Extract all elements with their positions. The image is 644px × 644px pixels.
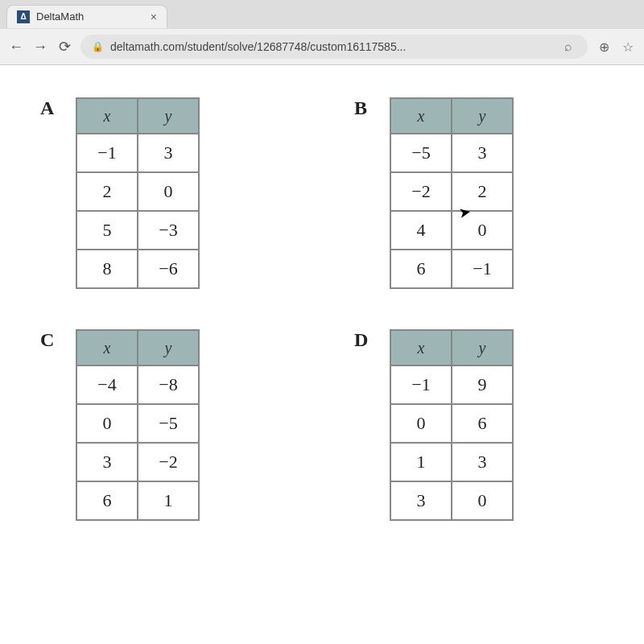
table-row: 40 xyxy=(390,211,513,250)
cell-y: 1 xyxy=(138,481,199,520)
lock-icon: 🔒 xyxy=(92,41,104,52)
cell-y: 3 xyxy=(452,134,513,172)
cell-x: −1 xyxy=(76,134,138,172)
col-header-x: x xyxy=(390,330,452,365)
table-row: 30 xyxy=(390,481,513,520)
table-row: −53 xyxy=(390,134,513,172)
table-label: B xyxy=(354,97,374,119)
zoom-icon[interactable]: ⊕ xyxy=(596,39,612,55)
table-row: 61 xyxy=(76,481,199,520)
table-row: 5−3 xyxy=(76,211,199,250)
table-label: C xyxy=(40,329,60,351)
cell-y: 0 xyxy=(452,211,513,250)
table-row: −13 xyxy=(76,134,199,172)
table-label: A xyxy=(40,97,60,119)
cell-y: 0 xyxy=(452,481,513,520)
col-header-y: y xyxy=(452,98,513,134)
forward-button[interactable]: → xyxy=(32,39,48,56)
table-row: 20 xyxy=(76,172,199,211)
cell-x: 2 xyxy=(76,172,138,211)
cell-y: 0 xyxy=(138,172,199,211)
table-label: D xyxy=(354,329,374,351)
cell-x: −2 xyxy=(390,172,452,211)
cell-y: 9 xyxy=(452,365,513,404)
tab-favicon-icon: Δ xyxy=(17,10,30,23)
col-header-x: x xyxy=(390,98,452,134)
cell-x: −1 xyxy=(390,365,452,404)
cell-y: −6 xyxy=(138,250,199,288)
table-row: 13 xyxy=(390,443,513,481)
table-row: 6−1 xyxy=(390,250,513,288)
cell-x: 0 xyxy=(76,404,138,443)
col-header-x: x xyxy=(76,330,138,365)
cell-y: −8 xyxy=(138,365,199,404)
star-icon[interactable]: ☆ xyxy=(620,39,636,55)
address-bar[interactable]: 🔒 deltamath.com/student/solve/12687748/c… xyxy=(80,35,588,59)
data-table-b[interactable]: x y −53 −22 40 6−1 xyxy=(390,97,514,289)
table-row: 3−2 xyxy=(76,443,199,481)
cell-x: −4 xyxy=(76,365,138,404)
cell-y: −3 xyxy=(138,211,199,250)
url-text: deltamath.com/student/solve/12687748/cus… xyxy=(110,40,554,53)
table-block-a: A x y −13 20 5−3 8−6 xyxy=(40,97,290,289)
cell-y: 2 xyxy=(452,172,513,211)
cell-y: 6 xyxy=(452,404,513,443)
cell-x: 6 xyxy=(390,250,452,288)
close-icon[interactable]: × xyxy=(151,10,157,23)
nav-bar: ← → ⟳ 🔒 deltamath.com/student/solve/1268… xyxy=(0,29,644,64)
browser-chrome: Δ DeltaMath × ← → ⟳ 🔒 deltamath.com/stud… xyxy=(0,0,644,65)
reload-button[interactable]: ⟳ xyxy=(56,38,72,56)
cell-x: 3 xyxy=(390,481,452,520)
cell-x: 6 xyxy=(76,481,138,520)
data-table-c[interactable]: x y −4−8 0−5 3−2 61 xyxy=(76,329,200,521)
cell-y: −1 xyxy=(452,250,513,288)
cell-y: 3 xyxy=(452,443,513,481)
cell-x: 3 xyxy=(76,443,138,481)
table-row: −4−8 xyxy=(76,365,199,404)
browser-tab[interactable]: Δ DeltaMath × xyxy=(6,5,167,28)
table-row: −22 xyxy=(390,172,513,211)
key-icon[interactable]: ⌕ xyxy=(560,39,576,54)
col-header-y: y xyxy=(138,98,199,134)
page-content: A x y −13 20 5−3 8−6 B x y xyxy=(0,65,644,644)
col-header-y: y xyxy=(452,330,513,365)
cell-x: −5 xyxy=(390,134,452,172)
cell-x: 1 xyxy=(390,443,452,481)
col-header-x: x xyxy=(76,98,138,134)
cell-y: −2 xyxy=(138,443,199,481)
table-block-b: B x y −53 −22 40 6−1 xyxy=(354,97,604,289)
tables-grid: A x y −13 20 5−3 8−6 B x y xyxy=(40,97,604,521)
back-button[interactable]: ← xyxy=(8,39,24,56)
table-block-d: D x y −19 06 13 30 xyxy=(354,329,604,521)
table-row: 06 xyxy=(390,404,513,443)
cell-y: 3 xyxy=(138,134,199,172)
table-row: 0−5 xyxy=(76,404,199,443)
data-table-a[interactable]: x y −13 20 5−3 8−6 xyxy=(76,97,200,289)
tab-title: DeltaMath xyxy=(36,10,144,23)
col-header-y: y xyxy=(138,330,199,365)
cell-x: 5 xyxy=(76,211,138,250)
table-row: −19 xyxy=(390,365,513,404)
cell-y: −5 xyxy=(138,404,199,443)
cell-x: 8 xyxy=(76,250,138,288)
table-block-c: C x y −4−8 0−5 3−2 61 xyxy=(40,329,290,521)
cell-x: 0 xyxy=(390,404,452,443)
cell-x: 4 xyxy=(390,211,452,250)
tab-bar: Δ DeltaMath × xyxy=(0,0,644,29)
data-table-d[interactable]: x y −19 06 13 30 xyxy=(390,329,514,521)
table-row: 8−6 xyxy=(76,250,199,288)
